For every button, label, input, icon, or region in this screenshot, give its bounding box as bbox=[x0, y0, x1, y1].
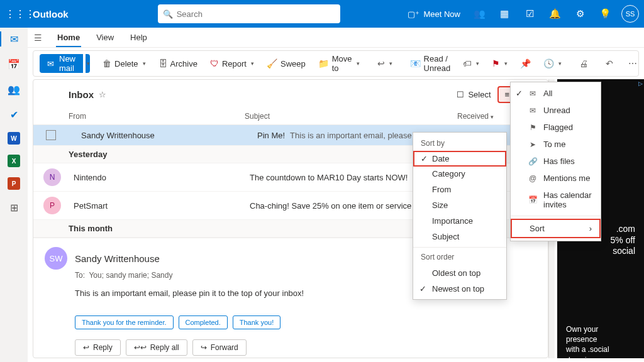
search-box[interactable]: 🔍 bbox=[158, 4, 340, 23]
rail-word-icon[interactable]: W bbox=[8, 132, 20, 145]
filter-has-files[interactable]: 🔗Has files bbox=[511, 153, 601, 170]
filter-unread[interactable]: ✉Unread bbox=[511, 102, 601, 119]
attachment-icon: 🔗 bbox=[528, 157, 537, 166]
tag-icon: 🏷 bbox=[463, 58, 472, 69]
ad-body: Own your presence with a .social domain bbox=[566, 324, 609, 358]
sort-option-importance[interactable]: Importance bbox=[413, 213, 506, 229]
rail-calendar-icon[interactable]: 📅 bbox=[6, 57, 21, 72]
filter-flagged[interactable]: ⚑Flagged bbox=[511, 119, 601, 136]
ribbon-tabs: ☰ Home View Help bbox=[28, 28, 644, 48]
snooze-button[interactable]: 🕓▾ bbox=[538, 54, 567, 73]
todo-icon[interactable]: ☑ bbox=[517, 8, 542, 19]
new-mail-dropdown[interactable]: ▾ bbox=[86, 54, 90, 73]
column-headers: From Subject Received ▾ bbox=[33, 108, 548, 125]
read-unread-button[interactable]: 📧Read / Unread bbox=[405, 54, 456, 73]
suggested-reply[interactable]: Completed. bbox=[179, 315, 228, 329]
bell-icon[interactable]: 🔔 bbox=[542, 8, 567, 19]
rail-mail-icon[interactable]: ✉ bbox=[0, 31, 27, 47]
undo-button[interactable]: ↶ bbox=[601, 54, 618, 73]
archive-button[interactable]: 🗄Archive bbox=[153, 54, 203, 73]
tag-button[interactable]: 🏷▾ bbox=[458, 54, 484, 73]
brand-label: Outlook bbox=[25, 9, 76, 19]
row-from: Nintendo bbox=[74, 173, 250, 182]
col-from[interactable]: From bbox=[69, 112, 245, 121]
sort-order-oldest[interactable]: Oldest on top bbox=[413, 265, 506, 281]
sweep-button[interactable]: 🧹Sweep bbox=[262, 54, 311, 73]
clock-icon: 🕓 bbox=[543, 58, 554, 69]
reply-dropdown[interactable]: ↩▾ bbox=[372, 54, 397, 73]
sort-option-category[interactable]: Category bbox=[413, 166, 506, 182]
row-avatar: P bbox=[43, 197, 61, 214]
sort-order-newest[interactable]: Newest on top bbox=[413, 281, 506, 297]
filter-mentions[interactable]: @Mentions me bbox=[511, 170, 601, 187]
sort-option-size[interactable]: Size bbox=[413, 197, 506, 213]
print-button[interactable]: 🖨 bbox=[574, 54, 593, 73]
reply-all-button[interactable]: ↩↩Reply all bbox=[126, 339, 187, 356]
reply-all-icon: ↩↩ bbox=[134, 343, 147, 352]
sort-order-header: Sort order bbox=[413, 247, 506, 265]
row-checkbox[interactable] bbox=[46, 130, 56, 140]
chevron-right-icon: › bbox=[589, 224, 592, 233]
filter-to-me[interactable]: ➤To me bbox=[511, 136, 601, 153]
toolbar-overflow[interactable]: ⋯ bbox=[623, 54, 642, 73]
lightbulb-icon[interactable]: 💡 bbox=[592, 8, 618, 19]
mail-icon: ✉ bbox=[528, 106, 537, 115]
gear-icon[interactable]: ⚙ bbox=[567, 8, 592, 19]
at-icon: @ bbox=[528, 174, 537, 183]
star-icon[interactable]: ☆ bbox=[99, 90, 106, 99]
row-avatar: N bbox=[43, 168, 61, 186]
rail-todo-icon[interactable]: ✔ bbox=[6, 107, 21, 122]
suggested-reply[interactable]: Thank you for the reminder. bbox=[75, 315, 174, 329]
select-button[interactable]: ☐Select bbox=[450, 87, 497, 102]
tab-help[interactable]: Help bbox=[129, 29, 148, 46]
undo-icon: ↶ bbox=[606, 58, 613, 69]
avatar[interactable]: SS bbox=[621, 5, 639, 23]
rail-more-apps-icon[interactable]: ⊞ bbox=[6, 200, 21, 215]
rail-excel-icon[interactable]: X bbox=[8, 155, 20, 167]
filter-calendar-invites[interactable]: 📅Has calendar invites bbox=[511, 187, 601, 213]
mail-icon: ✉ bbox=[47, 59, 54, 69]
delete-button[interactable]: 🗑Delete▾ bbox=[97, 54, 151, 73]
filter-all[interactable]: ✉All bbox=[511, 85, 601, 102]
suggested-reply[interactable]: Thank you! bbox=[233, 315, 280, 329]
tab-view[interactable]: View bbox=[95, 29, 115, 46]
meet-now-label: Meet Now bbox=[423, 9, 460, 19]
toolbar: ✉ New mail ▾ 🗑Delete▾ 🗄Archive 🛡Report▾ … bbox=[33, 50, 639, 77]
mail-icon: ✉ bbox=[528, 89, 537, 98]
reading-sender: Sandy Writtenhouse bbox=[75, 253, 160, 264]
more-icon: ⋯ bbox=[628, 58, 637, 69]
reply-arrow-icon: ↩ bbox=[377, 58, 385, 69]
meet-now-button[interactable]: ▢⁺ Meet Now bbox=[401, 9, 467, 19]
reply-button[interactable]: ↩Reply bbox=[75, 339, 121, 356]
folder-title: Inbox bbox=[69, 89, 94, 100]
onenote-icon[interactable]: ▦ bbox=[492, 8, 517, 19]
teams-icon[interactable]: 👥 bbox=[467, 8, 492, 19]
forward-button[interactable]: ↪Forward bbox=[192, 339, 247, 356]
sort-option-subject[interactable]: Subject bbox=[413, 229, 506, 244]
chevron-down-icon: ▾ bbox=[491, 114, 494, 120]
tab-home[interactable]: Home bbox=[56, 29, 81, 46]
hamburger-icon[interactable]: ☰ bbox=[34, 33, 42, 43]
trash-icon: 🗑 bbox=[103, 58, 111, 69]
sort-option-date[interactable]: Date bbox=[413, 151, 506, 167]
left-rail: ✉ 📅 👥 ✔ W X P ⊞ bbox=[0, 28, 28, 362]
report-button[interactable]: 🛡Report▾ bbox=[205, 54, 259, 73]
sort-by-header: Sort by bbox=[413, 135, 506, 151]
archive-icon: 🗄 bbox=[158, 58, 167, 69]
col-subject[interactable]: Subject bbox=[245, 112, 457, 121]
filter-menu: ✉All ✉Unread ⚑Flagged ➤To me 🔗Has files … bbox=[510, 82, 601, 241]
search-input[interactable] bbox=[158, 4, 340, 23]
pin-button[interactable]: 📌 bbox=[515, 54, 536, 73]
title-bar: ⋮⋮⋮ Outlook 🔍 ▢⁺ Meet Now 👥 ▦ ☑ 🔔 ⚙ 💡 SS bbox=[0, 0, 644, 28]
new-mail-button[interactable]: ✉ New mail bbox=[40, 54, 83, 73]
move-to-button[interactable]: 📁Move to▾ bbox=[313, 54, 365, 73]
sort-submenu: Sort by Date Category From Size Importan… bbox=[413, 132, 507, 300]
rail-powerpoint-icon[interactable]: P bbox=[8, 177, 20, 190]
app-launcher-icon[interactable]: ⋮⋮⋮ bbox=[5, 8, 25, 20]
sort-option-from[interactable]: From bbox=[413, 182, 506, 197]
filter-sort[interactable]: Sort› bbox=[511, 219, 601, 238]
flag-button[interactable]: ⚑▾ bbox=[487, 54, 513, 73]
broom-icon: 🧹 bbox=[267, 58, 277, 69]
ad-choices-icon[interactable]: ▷ bbox=[638, 80, 643, 87]
rail-people-icon[interactable]: 👥 bbox=[6, 82, 21, 97]
